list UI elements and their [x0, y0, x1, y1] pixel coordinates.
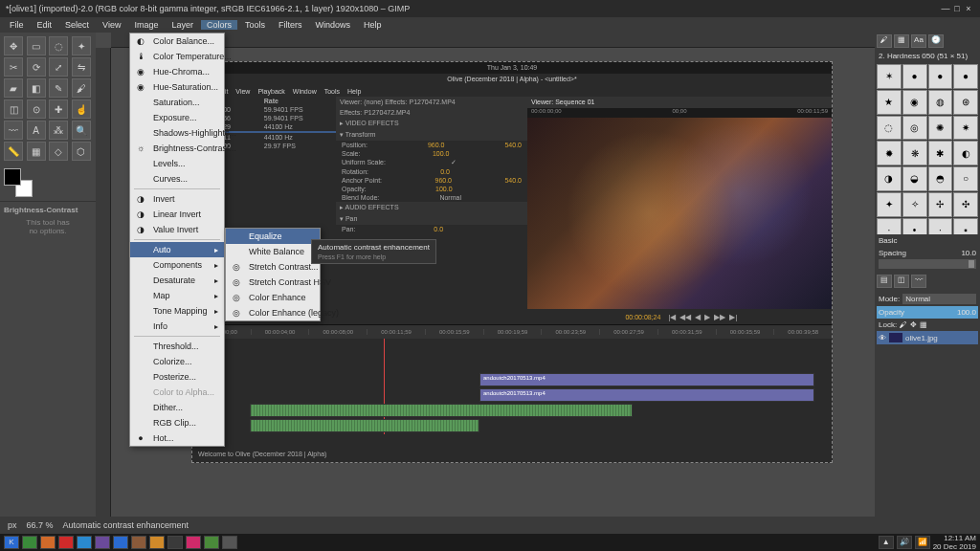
mi-tone-mapping[interactable]: Tone Mapping — [130, 303, 224, 319]
brush-item[interactable]: ○ — [953, 166, 978, 191]
menu-colors[interactable]: Colors — [201, 20, 237, 30]
mi-desaturate[interactable]: Desaturate — [130, 273, 224, 288]
task-item[interactable] — [22, 536, 37, 549]
task-item[interactable] — [204, 536, 219, 549]
brush-item[interactable]: ◌ — [877, 116, 902, 141]
mi-equalize[interactable]: Equalize — [226, 229, 320, 244]
brush-item[interactable]: ✧ — [902, 192, 927, 217]
brush-item[interactable]: ✶ — [877, 64, 902, 89]
spacing-slider[interactable] — [879, 259, 976, 269]
tool-color-picker[interactable]: ⁂ — [49, 121, 68, 140]
tool-free-select[interactable]: ◌ — [49, 36, 68, 55]
menu-help[interactable]: Help — [358, 20, 388, 30]
brush-item[interactable]: ✹ — [877, 141, 902, 165]
mi-map[interactable]: Map — [130, 288, 224, 303]
tab-paths[interactable]: 〰 — [911, 275, 926, 288]
tray-icon[interactable]: 📶 — [915, 536, 930, 549]
menu-windows[interactable]: Windows — [309, 20, 356, 30]
mi-color-to-alpha[interactable]: Color to Alpha... — [130, 385, 224, 400]
task-item[interactable] — [131, 536, 146, 549]
tray-icon[interactable]: ▲ — [879, 536, 894, 549]
tool-warp[interactable]: ⬡ — [72, 142, 91, 161]
brush-item[interactable]: ◉ — [902, 90, 927, 115]
tool-brush[interactable]: 🖌 — [72, 78, 91, 98]
ruler-vertical[interactable] — [96, 48, 111, 517]
mi-stretch-contrast[interactable]: ◎Stretch Contrast... — [226, 259, 320, 275]
brush-item[interactable]: ◎ — [902, 116, 927, 141]
menu-file[interactable]: File — [4, 20, 30, 30]
tool-move[interactable]: ✥ — [4, 36, 23, 55]
brush-item[interactable]: · — [877, 218, 902, 235]
brush-item[interactable]: ◐ — [953, 141, 978, 165]
mi-colorize[interactable]: Colorize... — [130, 354, 224, 369]
menu-tools[interactable]: Tools — [239, 20, 271, 30]
maximize-button[interactable]: □ — [951, 4, 963, 13]
brush-item[interactable]: ⊛ — [953, 90, 978, 115]
mi-posterize[interactable]: Posterize... — [130, 369, 224, 385]
minimize-button[interactable]: — — [940, 4, 951, 13]
task-item[interactable] — [40, 536, 56, 549]
mi-hue-saturation[interactable]: ◉Hue-Saturation... — [130, 79, 224, 95]
brush-item[interactable]: ✢ — [928, 192, 953, 217]
tool-scale[interactable]: ⤢ — [49, 57, 68, 77]
menu-image[interactable]: Image — [128, 20, 164, 30]
mi-white-balance[interactable]: White Balance — [226, 244, 320, 259]
tool-gradient[interactable]: ◧ — [27, 78, 46, 98]
task-item[interactable] — [58, 536, 74, 549]
tool-clone[interactable]: ⊙ — [27, 99, 46, 119]
mi-color-balance[interactable]: ◐Color Balance... — [130, 33, 224, 49]
task-item[interactable] — [77, 536, 92, 549]
brush-item[interactable]: ❋ — [902, 141, 927, 165]
tool-fuzzy-select[interactable]: ✦ — [72, 36, 91, 55]
fg-bg-colors[interactable] — [4, 168, 33, 197]
tab-channels[interactable]: ◫ — [894, 275, 909, 288]
brush-item[interactable]: ✱ — [928, 141, 953, 165]
taskbar-clock[interactable]: 12:11 AM 20 Dec 2019 — [933, 534, 976, 551]
eye-icon[interactable]: 👁 — [879, 334, 886, 342]
brush-item[interactable]: ● — [928, 64, 953, 89]
lock-position-icon[interactable]: ✥ — [910, 320, 917, 329]
mi-exposure[interactable]: Exposure... — [130, 110, 224, 125]
menu-view[interactable]: View — [97, 20, 126, 30]
mi-auto[interactable]: Auto — [130, 242, 224, 257]
task-item[interactable] — [167, 536, 183, 549]
layer-row[interactable]: 👁 olive1.jpg — [877, 331, 978, 344]
menu-filters[interactable]: Filters — [273, 20, 308, 30]
mi-shadows-highlights[interactable]: Shadows-Highlights... — [130, 125, 224, 141]
brush-item[interactable]: ◍ — [928, 90, 953, 115]
tool-measure[interactable]: 📏 — [4, 142, 23, 161]
tab-fonts[interactable]: Aa — [911, 34, 926, 48]
mi-saturation[interactable]: Saturation... — [130, 95, 224, 110]
fg-color[interactable] — [4, 168, 21, 186]
tray-icon[interactable]: 🔊 — [897, 536, 912, 549]
tab-history[interactable]: 🕘 — [928, 34, 944, 48]
brush-item[interactable]: ▪ — [953, 218, 978, 235]
task-item[interactable] — [186, 536, 201, 549]
tool-path[interactable]: 〰 — [4, 121, 23, 140]
brush-item[interactable]: ◓ — [928, 166, 953, 191]
brush-item[interactable]: • — [902, 218, 927, 235]
start-button[interactable]: K — [4, 536, 19, 549]
mi-curves[interactable]: Curves... — [130, 171, 224, 187]
zoom-value[interactable]: 66.7 % — [27, 520, 54, 530]
brush-item[interactable]: ● — [953, 64, 978, 89]
tab-layers[interactable]: ▤ — [877, 275, 892, 288]
mi-value-invert[interactable]: ◑Value Invert — [130, 222, 224, 237]
lock-pixels-icon[interactable]: 🖌 — [900, 320, 907, 329]
mode-value[interactable]: Normal — [902, 294, 976, 304]
ruler-horizontal[interactable] — [111, 33, 875, 48]
brush-item[interactable]: ✦ — [877, 192, 902, 217]
tool-cage[interactable]: ◇ — [49, 142, 68, 161]
brush-item[interactable]: ∙ — [928, 218, 953, 235]
mi-threshold[interactable]: Threshold... — [130, 339, 224, 354]
brush-item[interactable]: ✺ — [928, 116, 953, 141]
lock-alpha-icon[interactable]: ▦ — [920, 320, 927, 329]
brush-item[interactable]: ✣ — [953, 192, 978, 217]
tool-pencil[interactable]: ✎ — [49, 78, 68, 98]
tool-smudge[interactable]: ☝ — [72, 99, 91, 119]
tool-text[interactable]: A — [27, 121, 46, 140]
mi-stretch-contrast-hsv[interactable]: ◎Stretch Contrast HSV — [226, 275, 320, 290]
tool-heal[interactable]: ✚ — [49, 99, 68, 119]
opacity-value[interactable]: 100.0 — [957, 308, 976, 317]
layer-name[interactable]: olive1.jpg — [905, 334, 938, 342]
